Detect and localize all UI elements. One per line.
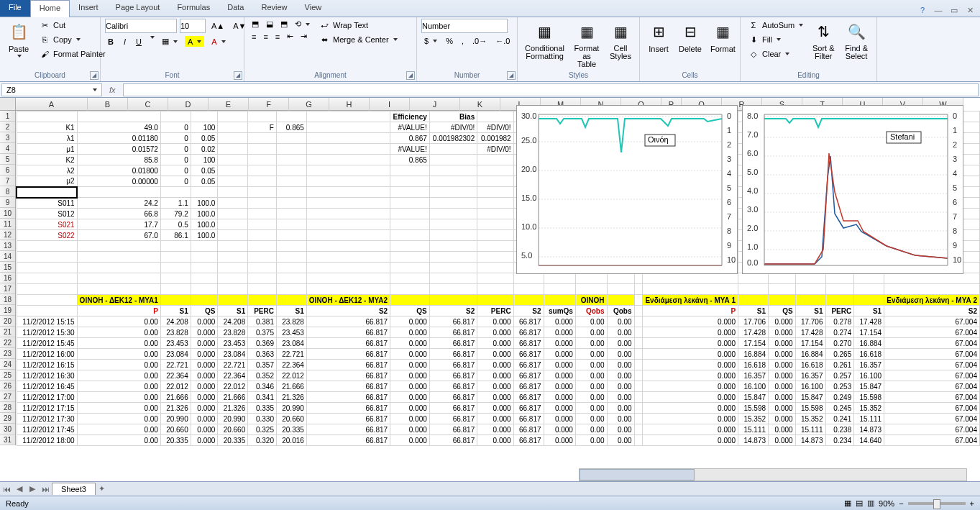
row-header[interactable]: 15 [0,262,15,273]
cell[interactable]: 49.0 [77,122,160,133]
cell[interactable]: 0.001982302 [429,133,477,144]
dec-indent-button[interactable]: ⇤ [284,31,296,42]
cell[interactable]: 0.270 [825,338,854,349]
cell[interactable]: 0.000 [191,370,218,381]
cell[interactable] [77,284,160,295]
zoom-slider[interactable] [908,502,966,505]
cell[interactable]: 0.000 [544,338,575,349]
cell[interactable]: 0.00 [77,349,160,360]
cell[interactable]: 0.257 [825,370,854,381]
cell[interactable]: Ενδιάμεση λεκάνη - ΜΥΑ 1 [643,295,738,306]
cell[interactable]: 0.000 [390,370,430,381]
cell[interactable] [575,284,607,295]
cell[interactable] [160,295,191,306]
cell[interactable] [218,295,248,306]
col-header[interactable]: C [128,98,168,111]
cell[interactable]: 66.817 [429,381,477,392]
cell[interactable] [306,133,390,144]
cell[interactable]: 67.004 [884,349,980,360]
last-sheet-button[interactable]: ⏭ [39,485,52,493]
cell[interactable]: 0 [160,165,191,176]
cell[interactable] [477,209,513,219]
cell[interactable] [248,230,277,241]
cell[interactable]: 0.278 [825,317,854,327]
cell[interactable] [218,284,248,295]
cell[interactable] [306,230,390,241]
cell[interactable]: 0.000 [769,327,796,338]
cell[interactable]: 17.706 [795,317,825,327]
cell[interactable]: 0.000 [643,414,738,424]
cell[interactable]: 0.000 [544,403,575,414]
cell[interactable]: 0.00 [607,424,634,435]
row-header[interactable]: 30 [0,424,15,434]
cell[interactable]: 66.817 [306,327,390,338]
row-header[interactable]: 26 [0,381,15,391]
clipboard-launcher-icon[interactable]: ◢ [90,71,99,80]
cell[interactable]: 0.02 [191,144,218,155]
cell[interactable] [390,263,430,273]
cell[interactable]: 0 [160,155,191,165]
cell[interactable] [429,176,477,187]
cell[interactable]: 16.884 [738,349,769,360]
cell[interactable]: 67.004 [884,392,980,403]
col-header[interactable]: E [209,98,249,111]
cell[interactable]: 66.8 [77,209,160,219]
cell[interactable]: 0.000 [390,327,430,338]
cell[interactable] [218,165,248,176]
cell[interactable]: 0.00 [607,435,634,446]
cell[interactable]: 0.000 [544,360,575,370]
cell[interactable] [248,219,277,230]
cell[interactable]: 0.346 [248,381,277,392]
cell[interactable] [276,263,306,273]
cell[interactable]: 11/2/2012 17:45 [17,424,77,435]
cell[interactable]: 66.817 [429,360,477,370]
cell[interactable]: 0.265 [825,349,854,360]
cell[interactable] [477,187,513,198]
cell[interactable] [248,284,277,295]
cell[interactable] [429,273,477,284]
clear-button[interactable]: ◇Clear [745,47,806,60]
horizontal-scrollbar[interactable] [579,468,967,481]
cell[interactable]: 16.618 [738,360,769,370]
cell[interactable]: 22.364 [276,360,306,370]
cell[interactable] [429,252,477,263]
cell[interactable]: 0.00 [607,338,634,349]
cell[interactable]: #DIV/0! [429,122,477,133]
cell[interactable] [477,284,513,295]
cell[interactable]: S1 [795,306,825,317]
cell[interactable]: Qobs [575,306,607,317]
cell[interactable]: 0.867 [390,133,430,144]
cell[interactable]: sumQs [544,306,575,317]
cell[interactable] [429,144,477,155]
cell[interactable]: 23.828 [218,327,248,338]
cell[interactable] [477,263,513,273]
col-header[interactable]: B [88,98,128,111]
row-header[interactable]: 16 [0,273,15,283]
cell[interactable]: 0.341 [248,392,277,403]
sort-filter-button[interactable]: ⇅Sort & Filter [809,19,838,62]
row-header[interactable]: 13 [0,240,15,251]
cell[interactable]: 22.364 [218,370,248,381]
align-bottom-button[interactable]: ⬒ [278,19,290,29]
paste-button[interactable]: 📋Paste [4,19,33,59]
cell[interactable]: 0.00 [575,349,607,360]
cell[interactable]: 22.721 [160,360,191,370]
cell[interactable]: 0 [160,144,191,155]
cell[interactable] [276,284,306,295]
cell[interactable]: 0.01180 [77,133,160,144]
currency-button[interactable]: $ [421,36,440,46]
cell[interactable]: 11/2/2012 17:15 [17,403,77,414]
cell[interactable]: 15.111 [795,424,825,435]
cell[interactable] [634,284,643,295]
cell[interactable]: λ1 [17,133,77,144]
cell[interactable]: 66.817 [429,403,477,414]
cell[interactable]: 0.000 [643,403,738,414]
cell[interactable] [248,241,277,252]
cell[interactable] [191,295,218,306]
cell[interactable]: 0.000 [390,435,430,446]
cell[interactable]: 23.084 [160,349,191,360]
orientation-button[interactable]: ⟲ [292,19,313,29]
cell[interactable]: 0.369 [248,338,277,349]
cell[interactable] [544,284,575,295]
cell[interactable]: 16.884 [795,349,825,360]
